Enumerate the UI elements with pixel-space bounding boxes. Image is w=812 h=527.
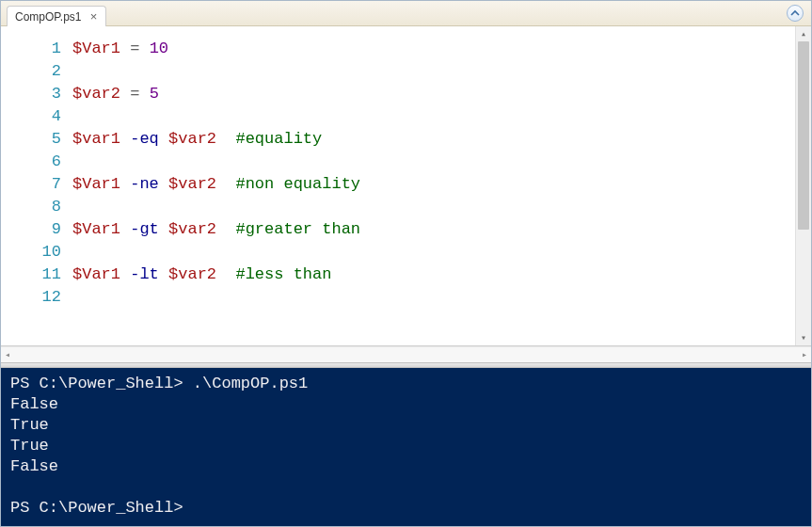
line-number: 9 xyxy=(1,218,61,241)
terminal-line: PS C:\Power_Shell> xyxy=(10,498,811,519)
terminal-pane[interactable]: PS C:\Power_Shell> .\CompOP.ps1FalseTrue… xyxy=(1,368,811,526)
line-number: 12 xyxy=(1,286,61,309)
code-line xyxy=(72,286,795,309)
terminal-line: True xyxy=(10,436,811,456)
terminal-line xyxy=(10,477,811,498)
code-line: $Var1 -ne $var2 #non equality xyxy=(72,173,795,196)
editor-pane[interactable]: 123456789101112 $Var1 = 10 $var2 = 5 $va… xyxy=(1,26,811,346)
line-number: 1 xyxy=(1,38,61,60)
code-line xyxy=(72,241,795,264)
line-number: 10 xyxy=(1,241,61,264)
line-number: 11 xyxy=(1,264,61,286)
line-number: 7 xyxy=(1,173,61,196)
editor-vertical-scrollbar[interactable]: ▴ ▾ xyxy=(795,26,811,345)
tab-compop[interactable]: CompOP.ps1 × xyxy=(7,6,106,26)
close-icon[interactable]: × xyxy=(87,10,100,24)
line-number: 6 xyxy=(1,151,61,173)
code-line: $Var1 = 10 xyxy=(72,38,795,60)
code-line xyxy=(72,151,795,173)
terminal-line: True xyxy=(10,415,811,436)
code-line xyxy=(72,196,795,218)
code-line: $var2 = 5 xyxy=(72,83,795,105)
code-line: $var1 -eq $var2 #equality xyxy=(72,128,795,151)
code-line xyxy=(72,60,795,83)
scroll-down-icon[interactable]: ▾ xyxy=(796,330,811,345)
line-number: 8 xyxy=(1,196,61,218)
line-number: 4 xyxy=(1,105,61,128)
terminal-line: PS C:\Power_Shell> .\CompOP.ps1 xyxy=(10,374,811,394)
code-line: $Var1 -gt $var2 #greater than xyxy=(72,218,795,241)
terminal-line: False xyxy=(10,456,811,477)
ide-window: CompOP.ps1 × 123456789101112 $Var1 = 10 … xyxy=(0,0,812,527)
scrollbar-thumb[interactable] xyxy=(798,41,809,230)
line-number: 3 xyxy=(1,83,61,105)
code-area[interactable]: $Var1 = 10 $var2 = 5 $var1 -eq $var2 #eq… xyxy=(69,26,795,345)
scroll-up-icon[interactable]: ▴ xyxy=(796,26,811,41)
line-number-gutter: 123456789101112 xyxy=(1,26,69,345)
collapse-button[interactable] xyxy=(787,5,804,22)
scroll-right-icon[interactable]: ▸ xyxy=(802,349,807,360)
code-line xyxy=(72,105,795,128)
scroll-left-icon[interactable]: ◂ xyxy=(5,349,10,360)
tab-bar: CompOP.ps1 × xyxy=(1,1,811,26)
tab-title: CompOP.ps1 xyxy=(15,10,81,24)
line-number: 5 xyxy=(1,128,61,151)
code-line: $Var1 -lt $var2 #less than xyxy=(72,264,795,286)
terminal-line: False xyxy=(10,394,811,415)
editor-horizontal-scrollbar[interactable]: ◂ ▸ xyxy=(1,346,811,362)
line-number: 2 xyxy=(1,60,61,83)
